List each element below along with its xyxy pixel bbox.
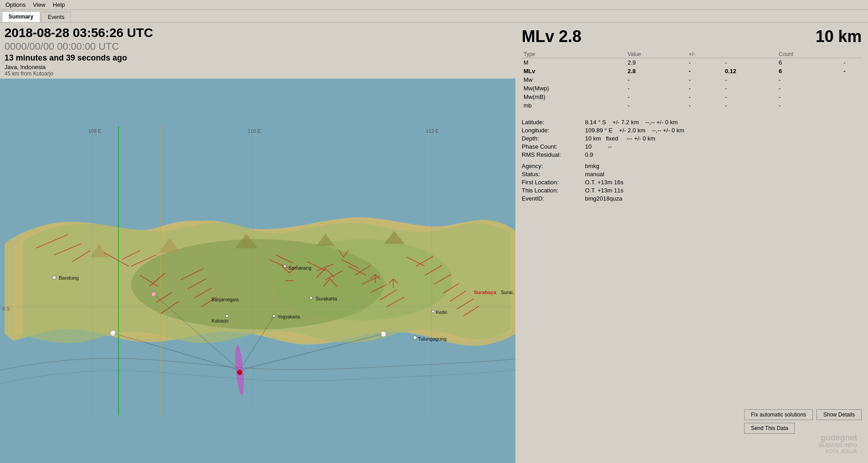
datetime-secondary: 0000/00/00 00:00:00 UTC [5, 41, 511, 52]
table-row: Mw(Mwp) - - - - [522, 84, 862, 93]
menu-help[interactable]: Help [49, 0, 69, 9]
tabbar: Summary Events [0, 10, 868, 23]
col-pm: +/- [687, 51, 723, 58]
svg-point-69 [413, 336, 417, 340]
svg-text:Kediri: Kediri [436, 310, 448, 315]
svg-point-54 [52, 276, 56, 280]
detail-first-location: First Location: O.T. +13m 16s [522, 179, 862, 186]
col-dash [723, 51, 777, 58]
show-details-button[interactable]: Show Details [816, 409, 862, 420]
detail-event-id: EventID: bmg2018quza [522, 195, 862, 202]
magnitude-table: Type Value +/- Count M 2.9 - - 6 - [522, 51, 862, 110]
detail-depth: Depth: 10 km fixed --- +/- 0 km [522, 135, 862, 142]
svg-text:108 E: 108 E [88, 129, 101, 134]
table-row-mlv: MLv 2.8 - 0.12 6 - [522, 67, 862, 75]
col-type: Type [522, 51, 626, 58]
bottom-buttons: Fix automatic solutions Show Details Sen… [522, 405, 862, 434]
detail-longitude: Longitude: 109.89 ° E +/- 2.0 km --,-- +… [522, 127, 862, 134]
detail-this-location: This Location: O.T. +13m 11s [522, 187, 862, 194]
svg-text:Tulungagung: Tulungagung [418, 337, 447, 342]
menu-view[interactable]: View [29, 0, 49, 9]
details-section: Latitude: 8.14 ° S +/- 7.2 km --,-- +/- … [522, 119, 862, 203]
col-count: Count [777, 51, 842, 58]
detail-agency: Agency: bmkg [522, 163, 862, 169]
svg-text:Surabaya: Surabaya [474, 290, 496, 295]
svg-text:Kutoarjo: Kutoarjo [212, 319, 229, 324]
left-panel: 2018-08-28 03:56:26 UTC 0000/00/00 00:00… [0, 23, 515, 463]
svg-point-56 [283, 265, 286, 268]
watermark: gudegnet GUDANG INFO KOTA JOGJA [517, 434, 857, 454]
col-value: Value [626, 51, 687, 58]
svg-point-2 [271, 239, 452, 321]
detail-phase-count: Phase Count: 10 -- [522, 143, 862, 150]
time-ago: 13 minutes and 39 seconds ago [5, 52, 511, 64]
menu-options[interactable]: Options [2, 0, 29, 9]
svg-point-67 [432, 310, 434, 313]
col-extra [842, 51, 862, 58]
table-row: mb - - - - [522, 101, 862, 110]
magnitude-value: MLv 2.8 [522, 27, 581, 46]
detail-status: Status: manual [522, 171, 862, 178]
fix-solutions-button[interactable]: Fix automatic solutions [744, 409, 813, 420]
svg-point-79 [237, 370, 242, 375]
detail-latitude: Latitude: 8.14 ° S +/- 7.2 km --,-- +/- … [522, 119, 862, 126]
right-panel: MLv 2.8 10 km Type Value +/- Count M 2.9 [515, 23, 868, 463]
location-dist: 45 km from Kutoarjo [5, 70, 511, 77]
datetime-primary: 2018-08-28 03:56:26 UTC [5, 25, 511, 41]
svg-text:Bandung: Bandung [59, 276, 79, 281]
location-name: Java, Indonesia [5, 64, 511, 70]
svg-point-60 [226, 315, 228, 318]
table-row: Mw - - - - [522, 75, 862, 84]
map-container[interactable]: Bandung Semarang Surabaya Surai... Kutoa… [0, 79, 515, 463]
table-row: Mw(mB) - - - - [522, 93, 862, 101]
svg-text:Banjarnegara: Banjarnegara [212, 298, 239, 303]
svg-text:Surai...: Surai... [501, 290, 515, 295]
magnitude-header: MLv 2.8 10 km [522, 27, 862, 46]
svg-text:112 E: 112 E [426, 129, 439, 134]
svg-text:Yogyakarta: Yogyakarta [278, 315, 300, 320]
send-data-button[interactable]: Send This Data [744, 423, 795, 434]
svg-point-63 [310, 297, 312, 299]
table-row: M 2.9 - - 6 - [522, 58, 862, 67]
svg-text:8 S: 8 S [2, 306, 10, 312]
depth-value: 10 km [816, 27, 862, 46]
tab-events[interactable]: Events [41, 12, 71, 22]
tab-summary[interactable]: Summary [2, 11, 40, 22]
svg-text:Semarang: Semarang [288, 266, 311, 271]
menubar: Options View Help [0, 0, 868, 10]
svg-text:110 E: 110 E [248, 129, 261, 134]
detail-rms: RMS Residual: 0.9 [522, 151, 862, 158]
info-header: 2018-08-28 03:56:26 UTC 0000/00/00 00:00… [0, 23, 515, 79]
main-content: 2018-08-28 03:56:26 UTC 0000/00/00 00:00… [0, 23, 868, 463]
svg-text:Surakarta: Surakarta [316, 296, 338, 302]
